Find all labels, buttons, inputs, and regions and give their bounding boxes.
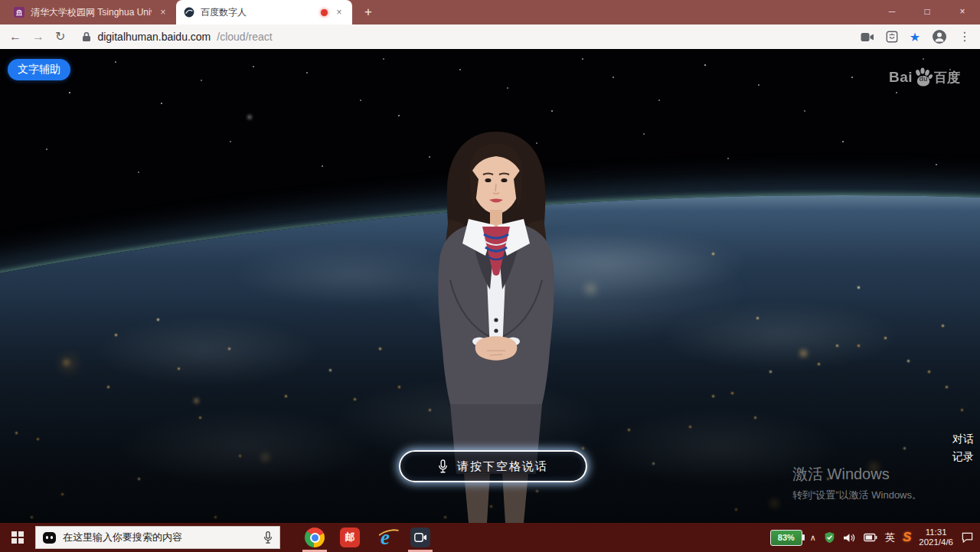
bookmark-star-icon[interactable]: ★ bbox=[910, 30, 920, 44]
taskbar-mail-button[interactable]: 邮 bbox=[332, 523, 368, 552]
push-to-talk-label: 请按下空格说话 bbox=[457, 459, 548, 474]
screen: 清华大学校园网 Tsinghua Univ × 百度数字人 × + ─ □ × … bbox=[0, 0, 980, 552]
battery-tray-icon[interactable] bbox=[864, 533, 877, 542]
reload-icon[interactable]: ↻ bbox=[55, 31, 65, 43]
forward-icon[interactable]: → bbox=[32, 31, 44, 43]
activate-line1: 激活 Windows bbox=[792, 464, 922, 485]
new-tab-button[interactable]: + bbox=[358, 3, 378, 21]
tab-close-icon[interactable]: × bbox=[334, 7, 345, 18]
minimize-button[interactable]: ─ bbox=[874, 0, 910, 23]
windows-taskbar: 在这里输入你要搜索的内容 邮 e 83% ∧ bbox=[0, 523, 980, 552]
mail-app-icon: 邮 bbox=[340, 528, 360, 547]
sogou-input-icon[interactable]: S bbox=[903, 530, 911, 545]
tray-chevron-up-icon[interactable]: ∧ bbox=[810, 533, 816, 543]
microphone-icon bbox=[438, 459, 448, 474]
taskbar-clock[interactable]: 11:31 2021/4/6 bbox=[919, 528, 953, 547]
digital-human-stage: 文字辅助 Bai du 百度 请按下空格说话 bbox=[0, 49, 980, 523]
baidu-logo-cn: 百度 bbox=[934, 69, 960, 87]
start-button[interactable] bbox=[0, 523, 35, 552]
activate-line2: 转到“设置”以激活 Windows。 bbox=[792, 488, 922, 502]
url-path: /cloud/react bbox=[217, 31, 272, 43]
tab-tsinghua[interactable]: 清华大学校园网 Tsinghua Univ × bbox=[6, 0, 176, 24]
baidu-logo-bai: Bai bbox=[889, 69, 913, 86]
baidu-paw-icon: du bbox=[913, 67, 933, 87]
tab-title: 百度数字人 bbox=[201, 6, 315, 19]
push-to-talk-prompt[interactable]: 请按下空格说话 bbox=[399, 450, 587, 482]
baidu-logo-du: du bbox=[913, 75, 933, 83]
activate-windows-watermark: 激活 Windows 转到“设置”以激活 Windows。 bbox=[792, 464, 922, 502]
search-assistant-icon bbox=[43, 532, 56, 544]
url-domain: digitalhuman.baidu.com bbox=[97, 31, 211, 43]
input-method-indicator[interactable]: 英 bbox=[885, 531, 895, 544]
recording-indicator-icon bbox=[321, 9, 328, 16]
tsinghua-favicon bbox=[14, 7, 24, 18]
address-bar[interactable]: digitalhuman.baidu.com/cloud/react bbox=[82, 31, 272, 43]
chrome-icon bbox=[305, 528, 325, 547]
taskbar-chrome-button[interactable] bbox=[297, 523, 332, 552]
tab-digitalhuman[interactable]: 百度数字人 × bbox=[176, 0, 352, 24]
close-window-button[interactable]: × bbox=[945, 0, 980, 23]
profile-avatar-icon[interactable] bbox=[932, 29, 947, 44]
clock-time: 11:31 bbox=[919, 528, 953, 537]
speaker-icon[interactable] bbox=[843, 532, 856, 544]
internet-explorer-icon: e bbox=[381, 528, 390, 548]
action-center-icon[interactable] bbox=[961, 531, 974, 544]
tab-title: 清华大学校园网 Tsinghua Univ bbox=[31, 6, 152, 19]
window-controls: ─ □ × bbox=[874, 0, 980, 23]
tab-close-icon[interactable]: × bbox=[158, 7, 168, 18]
battery-percent-badge[interactable]: 83% bbox=[770, 530, 802, 546]
taskbar-camera-button[interactable] bbox=[403, 523, 438, 552]
browser-menu-icon[interactable]: ⋮ bbox=[959, 31, 971, 43]
sidebar-item-record[interactable]: 记录 bbox=[952, 450, 974, 464]
digitalhuman-favicon bbox=[184, 7, 194, 18]
clock-date: 2021/4/6 bbox=[919, 537, 953, 547]
text-assist-button[interactable]: 文字辅助 bbox=[8, 59, 70, 80]
video-camera-icon[interactable] bbox=[861, 32, 874, 42]
search-mic-icon[interactable] bbox=[263, 531, 273, 544]
back-icon[interactable]: ← bbox=[9, 31, 21, 43]
sidebar-item-dialog[interactable]: 对话 bbox=[952, 433, 974, 446]
taskbar-ie-button[interactable]: e bbox=[368, 523, 403, 552]
camera-app-icon bbox=[410, 528, 430, 547]
windows-logo-icon bbox=[11, 531, 24, 544]
browser-toolbar: ← → ↻ digitalhuman.baidu.com/cloud/react… bbox=[0, 24, 980, 49]
defender-shield-icon[interactable] bbox=[824, 531, 835, 544]
maximize-button[interactable]: □ bbox=[910, 0, 945, 23]
system-tray: 83% ∧ 英 S 11:31 2021/4/6 bbox=[770, 528, 980, 547]
translate-icon[interactable] bbox=[886, 31, 898, 43]
toolbar-actions: ★ ⋮ bbox=[861, 29, 971, 44]
lock-icon bbox=[82, 31, 91, 42]
taskbar-search-input[interactable]: 在这里输入你要搜索的内容 bbox=[35, 526, 280, 549]
baidu-logo: Bai du 百度 bbox=[889, 67, 960, 87]
search-placeholder: 在这里输入你要搜索的内容 bbox=[63, 531, 182, 544]
browser-titlebar: 清华大学校园网 Tsinghua Univ × 百度数字人 × + ─ □ × bbox=[0, 0, 980, 24]
